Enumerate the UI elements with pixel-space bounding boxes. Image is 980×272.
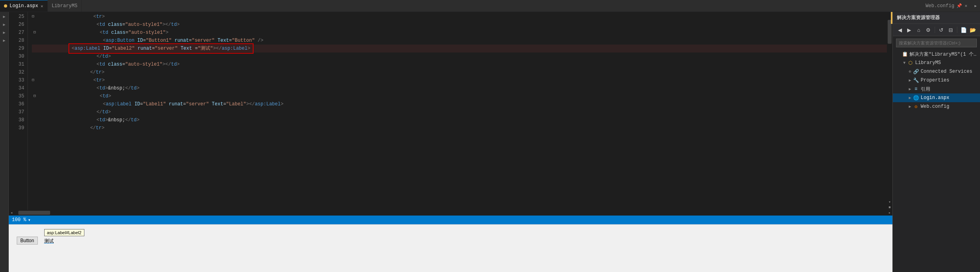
tab-close-button[interactable]: ✕	[41, 4, 43, 9]
code-line-36: <asp:Label ID="Label1" runat="server" Te…	[32, 100, 887, 108]
line-numbers: 25 26 27 28 29 30 31 32 33 34 35 36 37 3…	[9, 12, 28, 210]
button-preview-container: Button	[17, 237, 38, 245]
libraryms-label: LibraryMS	[915, 60, 941, 66]
references-label: 引用	[921, 86, 930, 93]
tab-library-ms[interactable]: LibraryMS	[48, 0, 82, 12]
forward-btn[interactable]: ▶	[906, 25, 914, 34]
tree-item-libraryms[interactable]: ▼ ⬡ LibraryMS	[893, 58, 980, 67]
refresh-btn[interactable]: ↺	[937, 25, 945, 34]
dirty-indicator	[4, 4, 7, 8]
back-btn[interactable]: ◀	[896, 25, 904, 34]
tree-item-references[interactable]: ▶ ≡ 引用	[893, 85, 980, 93]
solution-explorer-title: 解决方案资源管理器	[897, 14, 940, 21]
gutter-icon-2: ▶	[1, 21, 8, 28]
chevron-webconfig: ▶	[907, 104, 913, 109]
close-icon[interactable]: ✕	[964, 3, 967, 8]
solution-explorer-header: 解决方案资源管理器	[893, 12, 980, 24]
web-config-label: Web.config	[925, 3, 954, 9]
scroll-marker	[891, 12, 892, 24]
solution-search-input[interactable]	[896, 39, 977, 47]
code-line-31: <td class="auto-style1"></td>	[32, 60, 887, 68]
show-all-files-btn[interactable]: 📂	[969, 25, 977, 34]
webconfig-icon: ⚙	[913, 103, 919, 110]
code-line-29: <asp:Label ID="Label2" runat="server" Te…	[32, 45, 887, 52]
chevron-connected-services: ⊕	[907, 69, 913, 74]
web-config-tab-area: Web.config 📌 ✕	[921, 0, 971, 12]
solution-explorer-toolbar: ◀ ▶ ⌂ ⚙ ↺ ⊟ 📄 📂	[893, 24, 980, 36]
properties-icon: 🔧	[913, 77, 919, 84]
tree-item-properties[interactable]: ▶ 🔧 Properties	[893, 76, 980, 85]
button-preview[interactable]: Button	[17, 237, 38, 245]
home-btn[interactable]: ⌂	[915, 25, 923, 34]
gutter-icon-3: ▶	[1, 29, 8, 36]
solution-label: 解决方案"LibraryMS"(1 个项目)	[910, 51, 980, 58]
h-scroll-thumb[interactable]	[18, 211, 50, 215]
code-line-33: ⊟ <tr>	[32, 76, 887, 84]
tree-item-webconfig[interactable]: ▶ ⚙ Web.config	[893, 102, 980, 111]
editor-container: 25 26 27 28 29 30 31 32 33 34 35 36 37 3…	[9, 12, 892, 272]
code-line-38: <td>&nbsp;</td>	[32, 116, 887, 124]
webconfig-label: Web.config	[921, 104, 949, 109]
label-tooltip: asp:Label#Label2	[44, 229, 84, 236]
editor-area: 25 26 27 28 29 30 31 32 33 34 35 36 37 3…	[9, 12, 892, 210]
bottom-preview: Button asp:Label#Label2 测试	[9, 224, 892, 272]
vertical-scrollbar[interactable]: ▾ ◾	[887, 12, 892, 210]
new-solution-btn[interactable]: 📄	[960, 25, 968, 34]
code-content[interactable]: ⊟ <tr> <td class="auto-style1"></td> ⊟ <…	[28, 12, 887, 210]
tab-label: Login.aspx	[10, 3, 38, 9]
scroll-corner: ◾	[887, 204, 892, 210]
chevron-references: ▶	[907, 87, 913, 91]
zoom-control[interactable]: 100 % ▾	[12, 217, 31, 223]
login-aspx-label: Login.aspx	[921, 95, 949, 101]
toolbar-separator-2	[957, 27, 957, 33]
chevron-login-aspx: ▶	[907, 95, 913, 100]
scroll-down-arrow[interactable]: ▾	[887, 200, 892, 204]
tab-label: LibraryMS	[52, 3, 78, 9]
connected-services-icon: 🔗	[913, 68, 919, 75]
tab-login-aspx[interactable]: Login.aspx ✕	[0, 0, 48, 12]
horizontal-scrollbar[interactable]: ◂ ▸	[9, 210, 892, 216]
scroll-right-btn[interactable]: ▸	[971, 0, 980, 12]
solution-tree: 📋 解决方案"LibraryMS"(1 个项目) ▼ ⬡ LibraryMS ⊕…	[893, 50, 980, 111]
solution-explorer-panel: 解决方案资源管理器 ◀ ▶ ⌂ ⚙ ↺ ⊟ 📄 📂 📋 解决方案"Library…	[892, 12, 980, 272]
status-bar: 100 % ▾	[9, 216, 892, 224]
tree-item-solution[interactable]: 📋 解决方案"LibraryMS"(1 个项目)	[893, 50, 980, 58]
chevron-libraryms: ▼	[902, 61, 907, 65]
collapse-all-btn[interactable]: ⊟	[947, 25, 955, 34]
label-preview-container: asp:Label#Label2 测试	[44, 238, 54, 245]
solution-icon: 📋	[902, 51, 908, 57]
tree-item-login-aspx[interactable]: ▶ 🌐 Login.aspx	[893, 93, 980, 102]
settings-btn[interactable]: ⚙	[924, 25, 932, 34]
pin-icon[interactable]: 📌	[957, 3, 962, 8]
properties-label: Properties	[921, 78, 949, 83]
zoom-arrow[interactable]: ▾	[28, 217, 31, 223]
gutter-icon-1: ▶	[1, 14, 8, 20]
references-icon: ≡	[913, 86, 919, 92]
left-gutter: ▶ ▶ ▶ ▶	[0, 12, 9, 272]
code-line-34: <td>&nbsp;</td>	[32, 84, 887, 92]
tab-bar: Login.aspx ✕ LibraryMS Web.config 📌 ✕ ▸	[0, 0, 980, 12]
scroll-right-arrow[interactable]: ▸	[888, 210, 891, 215]
connected-services-label: Connected Services	[921, 69, 972, 74]
label-preview-text: 测试	[44, 238, 54, 244]
code-line-39: </tr>	[32, 124, 887, 132]
scroll-left-arrow[interactable]: ◂	[9, 210, 14, 216]
tree-item-connected-services[interactable]: ⊕ 🔗 Connected Services	[893, 67, 980, 76]
aspx-icon: 🌐	[913, 95, 919, 101]
toolbar-separator-1	[935, 27, 935, 33]
chevron-properties: ▶	[907, 78, 913, 83]
main-layout: ▶ ▶ ▶ ▶ 25 26 27 28 29 30 31 32 33 34 35…	[0, 12, 980, 272]
project-icon: ⬡	[907, 60, 914, 66]
zoom-label: 100 %	[12, 217, 26, 223]
gutter-icon-4: ▶	[1, 37, 8, 44]
